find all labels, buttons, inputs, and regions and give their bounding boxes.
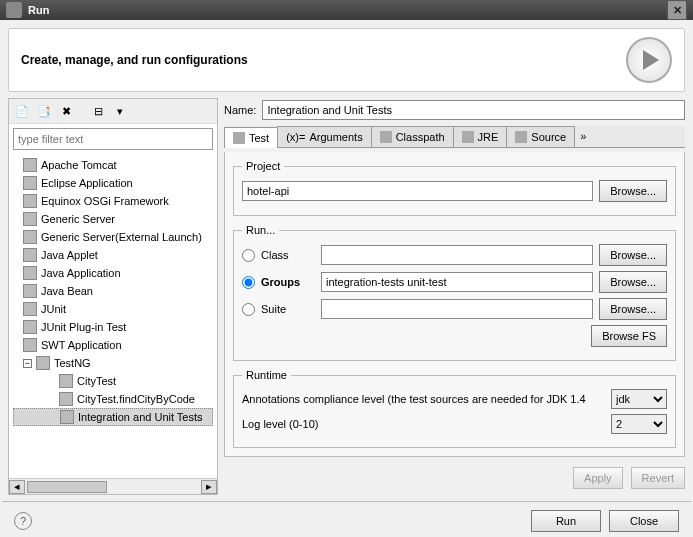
tree-item[interactable]: Java Applet	[13, 246, 213, 264]
class-label: Class	[261, 249, 315, 261]
name-row: Name:	[224, 98, 685, 122]
tree-item[interactable]: Java Bean	[13, 282, 213, 300]
tree-label: Java Applet	[41, 249, 98, 261]
tree-label: Apache Tomcat	[41, 159, 117, 171]
revert-button[interactable]: Revert	[631, 467, 685, 489]
tree-item[interactable]: CityTest	[13, 372, 213, 390]
tree-label: JUnit	[41, 303, 66, 315]
suite-browse-button[interactable]: Browse...	[599, 298, 667, 320]
config-tree[interactable]: Apache Tomcat Eclipse Application Equino…	[9, 154, 217, 478]
project-legend: Project	[242, 160, 284, 172]
apply-button[interactable]: Apply	[573, 467, 623, 489]
collapse-all-button[interactable]: ⊟	[88, 102, 108, 120]
bean-icon	[23, 284, 37, 298]
tree-item-testng[interactable]: −TestNG	[13, 354, 213, 372]
name-input[interactable]	[262, 100, 685, 120]
main-split: 📄 📑 ✖ ⊟ ▾ Apache Tomcat Eclipse Applicat…	[2, 98, 691, 501]
scroll-left-icon[interactable]: ◂	[9, 480, 25, 494]
tab-jre[interactable]: JRE	[453, 126, 508, 147]
delete-button[interactable]: ✖	[56, 102, 76, 120]
tab-label: Arguments	[309, 131, 362, 143]
play-icon	[643, 50, 659, 70]
tree-item[interactable]: Equinox OSGi Framework	[13, 192, 213, 210]
java-app-icon	[23, 266, 37, 280]
tab-label: Source	[531, 131, 566, 143]
titlebar[interactable]: Run ✕	[0, 0, 693, 20]
class-radio[interactable]	[242, 249, 255, 262]
tree-label: Java Bean	[41, 285, 93, 297]
tab-bar: Test (x)=Arguments Classpath JRE Source …	[224, 126, 685, 148]
window-title: Run	[28, 4, 667, 16]
server-icon	[23, 212, 37, 226]
groups-radio[interactable]	[242, 276, 255, 289]
tree-label: JUnit Plug-in Test	[41, 321, 126, 333]
testng-child-icon	[59, 374, 73, 388]
horizontal-scrollbar[interactable]: ◂ ▸	[9, 478, 217, 494]
runtime-legend: Runtime	[242, 369, 291, 381]
groups-input[interactable]	[321, 272, 593, 292]
tab-label: Classpath	[396, 131, 445, 143]
tree-item[interactable]: Eclipse Application	[13, 174, 213, 192]
run-button[interactable]: Run	[531, 510, 601, 532]
testng-icon	[36, 356, 50, 370]
scroll-right-icon[interactable]: ▸	[201, 480, 217, 494]
test-tab-icon	[233, 132, 245, 144]
annotations-select[interactable]: jdk	[611, 389, 667, 409]
close-button[interactable]: Close	[609, 510, 679, 532]
swt-icon	[23, 338, 37, 352]
tree-item[interactable]: Generic Server(External Launch)	[13, 228, 213, 246]
eclipse-app-icon	[23, 176, 37, 190]
loglevel-select[interactable]: 2	[611, 414, 667, 434]
tree-item[interactable]: SWT Application	[13, 336, 213, 354]
tree-item-selected[interactable]: Integration and Unit Tests	[13, 408, 213, 426]
tab-source[interactable]: Source	[506, 126, 575, 147]
suite-radio[interactable]	[242, 303, 255, 316]
tab-test[interactable]: Test	[224, 127, 278, 148]
left-pane: 📄 📑 ✖ ⊟ ▾ Apache Tomcat Eclipse Applicat…	[8, 98, 218, 495]
groups-browse-button[interactable]: Browse...	[599, 271, 667, 293]
loglevel-label: Log level (0-10)	[242, 418, 605, 430]
new-config-button[interactable]: 📄	[12, 102, 32, 120]
suite-input[interactable]	[321, 299, 593, 319]
project-input[interactable]	[242, 181, 593, 201]
osgi-icon	[23, 194, 37, 208]
tree-item[interactable]: Java Application	[13, 264, 213, 282]
collapse-icon[interactable]: −	[23, 359, 32, 368]
tab-classpath[interactable]: Classpath	[371, 126, 454, 147]
close-icon[interactable]: ✕	[667, 0, 687, 20]
junit-icon	[23, 302, 37, 316]
class-input[interactable]	[321, 245, 593, 265]
junit-plugin-icon	[23, 320, 37, 334]
tabs-overflow-icon[interactable]: »	[574, 126, 592, 147]
tab-arguments[interactable]: (x)=Arguments	[277, 126, 371, 147]
filter-toolbar-button[interactable]: ▾	[110, 102, 130, 120]
tree-label: SWT Application	[41, 339, 122, 351]
tree-item[interactable]: JUnit Plug-in Test	[13, 318, 213, 336]
filter-input[interactable]	[13, 128, 213, 150]
scroll-thumb[interactable]	[27, 481, 107, 493]
tab-label: JRE	[478, 131, 499, 143]
testng-child-icon	[60, 410, 74, 424]
tree-item[interactable]: CityTest.findCityByCode	[13, 390, 213, 408]
tree-item[interactable]: Generic Server	[13, 210, 213, 228]
browse-fs-button[interactable]: Browse FS	[591, 325, 667, 347]
run-big-icon	[626, 37, 672, 83]
runtime-fieldset: Runtime Annotations compliance level (th…	[233, 369, 676, 448]
project-browse-button[interactable]: Browse...	[599, 180, 667, 202]
help-icon[interactable]: ?	[14, 512, 32, 530]
run-legend: Run...	[242, 224, 279, 236]
suite-label: Suite	[261, 303, 315, 315]
class-browse-button[interactable]: Browse...	[599, 244, 667, 266]
tree-item[interactable]: JUnit	[13, 300, 213, 318]
tree-label: Java Application	[41, 267, 121, 279]
duplicate-button[interactable]: 📑	[34, 102, 54, 120]
eclipse-icon	[6, 2, 22, 18]
annotations-label: Annotations compliance level (the test s…	[242, 393, 605, 405]
tree-item[interactable]: Apache Tomcat	[13, 156, 213, 174]
dialog-footer: ? Run Close	[2, 501, 691, 537]
tree-label: CityTest.findCityByCode	[77, 393, 195, 405]
jre-tab-icon	[462, 131, 474, 143]
testng-child-icon	[59, 392, 73, 406]
apply-revert-row: Apply Revert	[224, 461, 685, 495]
filter-box	[13, 128, 213, 150]
